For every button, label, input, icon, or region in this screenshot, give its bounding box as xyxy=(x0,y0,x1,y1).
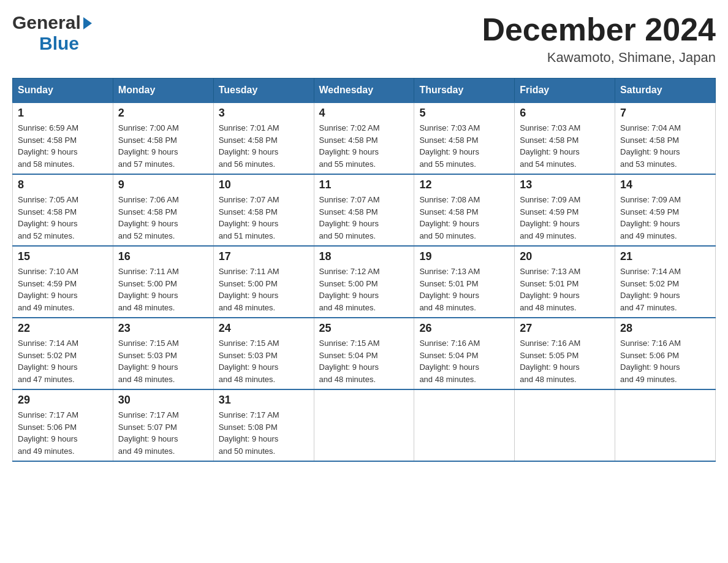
day-info: Sunrise: 7:14 AMSunset: 5:02 PMDaylight:… xyxy=(620,266,710,313)
title-block: December 2024 Kawamoto, Shimane, Japan xyxy=(482,12,716,66)
day-info: Sunrise: 7:14 AMSunset: 5:02 PMDaylight:… xyxy=(18,337,108,385)
logo-blue: Blue xyxy=(39,33,92,54)
calendar-cell: 6Sunrise: 7:03 AMSunset: 4:58 PMDaylight… xyxy=(515,102,615,174)
day-info: Sunrise: 7:07 AMSunset: 4:58 PMDaylight:… xyxy=(219,194,309,242)
logo-triangle-icon xyxy=(83,17,92,29)
day-number: 26 xyxy=(419,322,509,335)
weekday-header-friday: Friday xyxy=(515,79,615,103)
calendar-cell xyxy=(414,389,515,461)
day-number: 22 xyxy=(18,322,108,335)
day-number: 13 xyxy=(520,178,610,191)
day-info: Sunrise: 7:16 AMSunset: 5:05 PMDaylight:… xyxy=(520,337,610,385)
day-info: Sunrise: 7:16 AMSunset: 5:06 PMDaylight:… xyxy=(620,337,710,385)
page-header: General Blue December 2024 Kawamoto, Shi… xyxy=(12,12,716,66)
day-number: 31 xyxy=(219,394,309,407)
calendar-cell: 21Sunrise: 7:14 AMSunset: 5:02 PMDayligh… xyxy=(615,246,716,318)
day-number: 25 xyxy=(319,322,409,335)
calendar-cell: 14Sunrise: 7:09 AMSunset: 4:59 PMDayligh… xyxy=(615,174,716,246)
calendar-cell xyxy=(515,389,615,461)
day-number: 10 xyxy=(219,178,309,191)
calendar-cell: 15Sunrise: 7:10 AMSunset: 4:59 PMDayligh… xyxy=(13,246,113,318)
calendar-week-row: 1Sunrise: 6:59 AMSunset: 4:58 PMDaylight… xyxy=(13,102,716,174)
day-number: 28 xyxy=(620,322,710,335)
day-number: 3 xyxy=(219,107,309,120)
calendar-cell: 16Sunrise: 7:11 AMSunset: 5:00 PMDayligh… xyxy=(113,246,213,318)
day-number: 1 xyxy=(18,107,108,120)
calendar-cell: 18Sunrise: 7:12 AMSunset: 5:00 PMDayligh… xyxy=(314,246,414,318)
calendar-cell: 3Sunrise: 7:01 AMSunset: 4:58 PMDaylight… xyxy=(213,102,314,174)
calendar-table: SundayMondayTuesdayWednesdayThursdayFrid… xyxy=(12,78,716,462)
calendar-cell: 1Sunrise: 6:59 AMSunset: 4:58 PMDaylight… xyxy=(13,102,113,174)
calendar-cell: 8Sunrise: 7:05 AMSunset: 4:58 PMDaylight… xyxy=(13,174,113,246)
calendar-cell xyxy=(314,389,414,461)
weekday-header-thursday: Thursday xyxy=(414,79,515,103)
day-info: Sunrise: 7:01 AMSunset: 4:58 PMDaylight:… xyxy=(219,122,309,170)
day-info: Sunrise: 7:10 AMSunset: 4:59 PMDaylight:… xyxy=(18,266,108,313)
day-number: 18 xyxy=(319,250,409,263)
day-info: Sunrise: 7:16 AMSunset: 5:04 PMDaylight:… xyxy=(419,337,509,385)
logo: General Blue xyxy=(12,12,92,54)
day-info: Sunrise: 7:07 AMSunset: 4:58 PMDaylight:… xyxy=(319,194,409,242)
day-number: 8 xyxy=(18,178,108,191)
day-info: Sunrise: 7:13 AMSunset: 5:01 PMDaylight:… xyxy=(419,266,509,313)
calendar-week-row: 8Sunrise: 7:05 AMSunset: 4:58 PMDaylight… xyxy=(13,174,716,246)
calendar-cell xyxy=(615,389,716,461)
calendar-cell: 2Sunrise: 7:00 AMSunset: 4:58 PMDaylight… xyxy=(113,102,213,174)
weekday-header-saturday: Saturday xyxy=(615,79,716,103)
day-number: 17 xyxy=(219,250,309,263)
calendar-cell: 29Sunrise: 7:17 AMSunset: 5:06 PMDayligh… xyxy=(13,389,113,461)
day-info: Sunrise: 7:15 AMSunset: 5:03 PMDaylight:… xyxy=(219,337,309,385)
day-info: Sunrise: 7:17 AMSunset: 5:08 PMDaylight:… xyxy=(219,409,309,457)
logo-general: General xyxy=(12,12,81,33)
day-info: Sunrise: 7:04 AMSunset: 4:58 PMDaylight:… xyxy=(620,122,710,170)
day-number: 16 xyxy=(118,250,208,263)
day-info: Sunrise: 7:15 AMSunset: 5:03 PMDaylight:… xyxy=(118,337,208,385)
calendar-week-row: 29Sunrise: 7:17 AMSunset: 5:06 PMDayligh… xyxy=(13,389,716,461)
day-number: 5 xyxy=(419,107,509,120)
day-number: 19 xyxy=(419,250,509,263)
weekday-header-sunday: Sunday xyxy=(13,79,113,103)
day-info: Sunrise: 7:03 AMSunset: 4:58 PMDaylight:… xyxy=(520,122,610,170)
day-info: Sunrise: 7:02 AMSunset: 4:58 PMDaylight:… xyxy=(319,122,409,170)
day-number: 4 xyxy=(319,107,409,120)
day-info: Sunrise: 7:06 AMSunset: 4:58 PMDaylight:… xyxy=(118,194,208,242)
calendar-cell: 12Sunrise: 7:08 AMSunset: 4:58 PMDayligh… xyxy=(414,174,515,246)
calendar-cell: 13Sunrise: 7:09 AMSunset: 4:59 PMDayligh… xyxy=(515,174,615,246)
calendar-cell: 9Sunrise: 7:06 AMSunset: 4:58 PMDaylight… xyxy=(113,174,213,246)
day-number: 7 xyxy=(620,107,710,120)
day-info: Sunrise: 7:13 AMSunset: 5:01 PMDaylight:… xyxy=(520,266,610,313)
calendar-cell: 20Sunrise: 7:13 AMSunset: 5:01 PMDayligh… xyxy=(515,246,615,318)
day-info: Sunrise: 7:09 AMSunset: 4:59 PMDaylight:… xyxy=(520,194,610,242)
location: Kawamoto, Shimane, Japan xyxy=(482,50,716,66)
day-info: Sunrise: 7:00 AMSunset: 4:58 PMDaylight:… xyxy=(118,122,208,170)
calendar-cell: 17Sunrise: 7:11 AMSunset: 5:00 PMDayligh… xyxy=(213,246,314,318)
calendar-cell: 27Sunrise: 7:16 AMSunset: 5:05 PMDayligh… xyxy=(515,318,615,389)
calendar-cell: 31Sunrise: 7:17 AMSunset: 5:08 PMDayligh… xyxy=(213,389,314,461)
calendar-week-row: 15Sunrise: 7:10 AMSunset: 4:59 PMDayligh… xyxy=(13,246,716,318)
calendar-cell: 4Sunrise: 7:02 AMSunset: 4:58 PMDaylight… xyxy=(314,102,414,174)
day-info: Sunrise: 6:59 AMSunset: 4:58 PMDaylight:… xyxy=(18,122,108,170)
calendar-cell: 25Sunrise: 7:15 AMSunset: 5:04 PMDayligh… xyxy=(314,318,414,389)
day-number: 2 xyxy=(118,107,208,120)
day-number: 23 xyxy=(118,322,208,335)
day-number: 6 xyxy=(520,107,610,120)
day-info: Sunrise: 7:15 AMSunset: 5:04 PMDaylight:… xyxy=(319,337,409,385)
calendar-cell: 22Sunrise: 7:14 AMSunset: 5:02 PMDayligh… xyxy=(13,318,113,389)
weekday-header-wednesday: Wednesday xyxy=(314,79,414,103)
day-info: Sunrise: 7:09 AMSunset: 4:59 PMDaylight:… xyxy=(620,194,710,242)
day-number: 21 xyxy=(620,250,710,263)
calendar-cell: 5Sunrise: 7:03 AMSunset: 4:58 PMDaylight… xyxy=(414,102,515,174)
calendar-header-row: SundayMondayTuesdayWednesdayThursdayFrid… xyxy=(13,79,716,103)
day-info: Sunrise: 7:11 AMSunset: 5:00 PMDaylight:… xyxy=(118,266,208,313)
calendar-cell: 23Sunrise: 7:15 AMSunset: 5:03 PMDayligh… xyxy=(113,318,213,389)
day-number: 9 xyxy=(118,178,208,191)
day-info: Sunrise: 7:11 AMSunset: 5:00 PMDaylight:… xyxy=(219,266,309,313)
day-number: 20 xyxy=(520,250,610,263)
day-info: Sunrise: 7:17 AMSunset: 5:07 PMDaylight:… xyxy=(118,409,208,457)
day-number: 27 xyxy=(520,322,610,335)
day-info: Sunrise: 7:12 AMSunset: 5:00 PMDaylight:… xyxy=(319,266,409,313)
day-number: 29 xyxy=(18,394,108,407)
day-number: 24 xyxy=(219,322,309,335)
calendar-cell: 10Sunrise: 7:07 AMSunset: 4:58 PMDayligh… xyxy=(213,174,314,246)
calendar-cell: 30Sunrise: 7:17 AMSunset: 5:07 PMDayligh… xyxy=(113,389,213,461)
